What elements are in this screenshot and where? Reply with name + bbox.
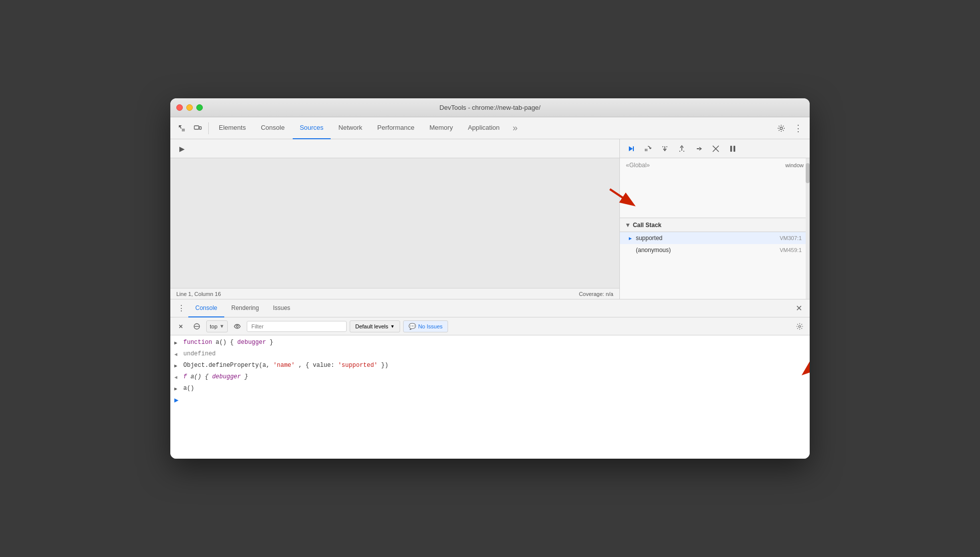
call-stack-title: Call Stack <box>633 222 661 229</box>
window-title: DevTools - chrome://new-tab-page/ <box>440 104 540 111</box>
call-stack-item-supported[interactable]: ► supported VM307:1 <box>620 232 810 244</box>
device-toolbar-button[interactable] <box>190 121 205 136</box>
settings-button[interactable] <box>774 121 789 136</box>
sources-editor-area <box>170 158 619 288</box>
debugger-panel: «Global» window ▼ Call Stack ► supporte <box>620 139 810 299</box>
call-stack-fn-name-2: (anonymous) <box>636 247 671 254</box>
resume-button[interactable] <box>624 142 638 156</box>
context-selector[interactable]: top ▼ <box>206 320 228 332</box>
more-options-button[interactable]: ⋮ <box>791 121 806 136</box>
console-tab-rendering[interactable]: Rendering <box>224 299 266 317</box>
svg-rect-7 <box>734 146 736 152</box>
tab-network[interactable]: Network <box>332 117 370 139</box>
no-issues-icon: 💬 <box>409 323 416 330</box>
call-stack-item-anonymous[interactable]: (anonymous) VM459:1 <box>620 244 810 256</box>
console-return-icon-1: ◀ <box>174 350 179 359</box>
toggle-sidebar-button[interactable]: ▶ <box>174 141 189 156</box>
minimize-button[interactable] <box>186 104 193 111</box>
call-stack-fn-loc: VM307:1 <box>780 235 802 241</box>
svg-point-10 <box>236 325 238 327</box>
step-into-button[interactable] <box>658 142 672 156</box>
console-eye-button[interactable] <box>231 320 244 333</box>
devtools-toolbar: Elements Console Sources Network Perform… <box>170 117 810 139</box>
console-expand-icon-3[interactable]: ▶ <box>174 362 179 371</box>
call-stack-section: ▼ Call Stack ► supported VM307:1 <box>620 218 810 299</box>
step-over-button[interactable] <box>641 142 655 156</box>
toolbar-right: ⋮ <box>774 121 806 136</box>
call-stack-fn-loc-2: VM459:1 <box>780 247 802 253</box>
active-frame-icon: ► <box>628 236 633 241</box>
tab-console[interactable]: Console <box>254 117 292 139</box>
console-input-line: ▶ <box>170 395 810 406</box>
tab-memory[interactable]: Memory <box>423 117 460 139</box>
traffic-lights <box>176 104 203 111</box>
console-prompt-space <box>182 396 186 405</box>
console-panel: ⋮ Console Rendering Issues ✕ <box>170 299 810 459</box>
devtools-window: DevTools - chrome://new-tab-page/ Elemen… <box>170 98 810 459</box>
default-levels-button[interactable]: Default levels ▼ <box>350 320 400 332</box>
console-line-3: ▶ Object.defineProperty(a, 'name' , { va… <box>170 360 810 372</box>
console-prompt-icon: ▶ <box>174 396 178 405</box>
scrollbar-thumb <box>806 163 810 183</box>
fullscreen-button[interactable] <box>196 104 203 111</box>
console-line-1: ▶ function a() { debugger } <box>170 337 810 349</box>
console-close-button[interactable]: ✕ <box>792 301 806 315</box>
debugger-toolbar <box>620 139 810 158</box>
tab-elements[interactable]: Elements <box>212 117 253 139</box>
console-filter-input[interactable] <box>247 321 347 332</box>
sources-toolbar: ▶ <box>170 139 619 158</box>
console-line-5: ▶ a() <box>170 383 810 395</box>
close-button[interactable] <box>176 104 183 111</box>
pause-on-exceptions-button[interactable] <box>726 142 740 156</box>
scope-section: «Global» window <box>620 158 810 218</box>
console-settings-button[interactable] <box>794 320 806 332</box>
console-expand-icon-1[interactable]: ▶ <box>174 339 179 348</box>
cursor-position: Line 1, Column 16 <box>176 291 221 297</box>
sources-panel: ▶ Line 1, Column 16 Coverage: n/a <box>170 139 620 299</box>
more-tabs-button[interactable]: » <box>507 121 522 136</box>
console-line-2: ◀ undefined <box>170 349 810 360</box>
svg-rect-1 <box>199 127 201 129</box>
console-clear-button[interactable] <box>174 320 187 333</box>
svg-point-2 <box>780 127 783 129</box>
console-output: ▶ function a() { debugger } ◀ undefined … <box>170 335 810 459</box>
console-tab-more-button[interactable]: ⋮ <box>174 301 188 315</box>
svg-rect-0 <box>194 126 199 129</box>
call-stack-fn-name: supported <box>636 235 662 242</box>
main-content: ▶ Line 1, Column 16 Coverage: n/a <box>170 139 810 299</box>
step-button[interactable] <box>692 142 706 156</box>
console-tab-console[interactable]: Console <box>188 299 224 317</box>
devtools-body: ▶ Line 1, Column 16 Coverage: n/a <box>170 139 810 459</box>
levels-dropdown-icon: ▼ <box>390 324 395 329</box>
tab-sources[interactable]: Sources <box>293 117 331 139</box>
call-stack-header[interactable]: ▼ Call Stack <box>620 218 810 232</box>
deactivate-breakpoints-button[interactable] <box>709 142 723 156</box>
tab-performance[interactable]: Performance <box>370 117 421 139</box>
inspect-element-button[interactable] <box>174 121 189 136</box>
coverage-status: Coverage: n/a <box>579 291 613 297</box>
toolbar-separator-1 <box>208 122 209 134</box>
scope-global-item: «Global» window <box>620 160 810 170</box>
step-out-button[interactable] <box>675 142 689 156</box>
console-return-icon-2: ◀ <box>174 373 179 382</box>
svg-point-11 <box>799 325 801 327</box>
svg-rect-6 <box>730 146 732 152</box>
console-tab-issues[interactable]: Issues <box>266 299 297 317</box>
console-tabs: ⋮ Console Rendering Issues ✕ <box>170 299 810 317</box>
no-issues-button[interactable]: 💬 No Issues <box>403 320 448 332</box>
console-toolbar: top ▼ Default levels ▼ <box>170 317 810 335</box>
console-expand-icon-5[interactable]: ▶ <box>174 385 179 394</box>
svg-rect-3 <box>633 146 634 151</box>
context-dropdown-icon: ▼ <box>219 323 224 329</box>
console-line-4: ◀ f a() { debugger } <box>170 372 810 383</box>
console-block-button[interactable] <box>190 320 203 333</box>
right-scrollbar[interactable] <box>806 158 810 299</box>
status-bar: Line 1, Column 16 Coverage: n/a <box>170 288 619 299</box>
context-label: top <box>210 323 217 329</box>
call-stack-toggle-icon: ▼ <box>625 222 631 229</box>
title-bar: DevTools - chrome://new-tab-page/ <box>170 98 810 117</box>
tab-application[interactable]: Application <box>461 117 507 139</box>
